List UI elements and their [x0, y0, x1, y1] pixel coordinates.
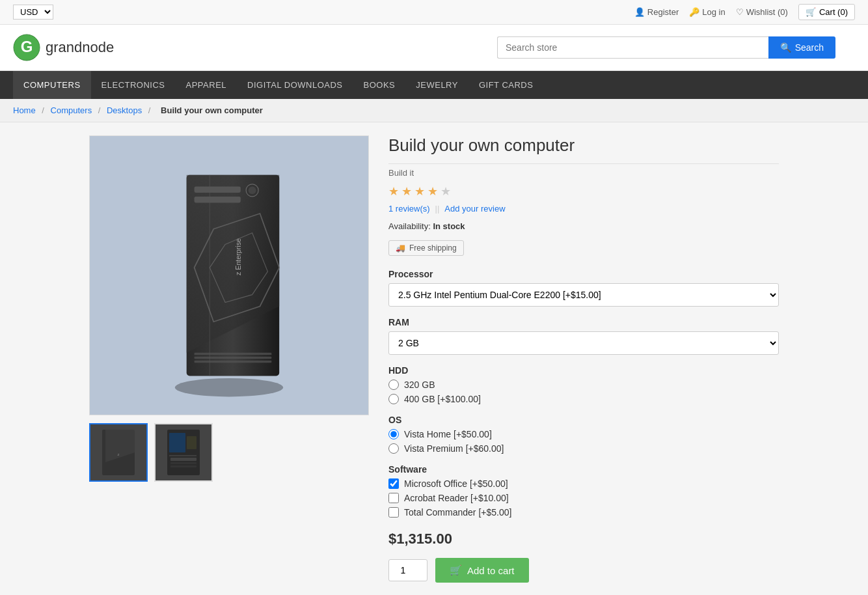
- hdd-400gb[interactable]: 400 GB [+$100.00]: [388, 394, 779, 404]
- add-to-cart-row: 🛒 Add to cart: [388, 558, 779, 583]
- thumbnail-2[interactable]: [154, 423, 213, 482]
- hdd-320gb-radio[interactable]: [388, 380, 399, 390]
- svg-rect-21: [187, 436, 197, 449]
- add-review-link[interactable]: Add your review: [444, 204, 505, 214]
- os-vista-home[interactable]: Vista Home [+$50.00]: [388, 429, 779, 439]
- star-2: ★: [401, 184, 412, 199]
- ram-label: RAM: [388, 317, 779, 327]
- nav-bar: COMPUTERS ELECTRONICS APPAREL DIGITAL DO…: [0, 71, 868, 99]
- review-separator: ||: [435, 204, 440, 214]
- os-vista-premium[interactable]: Vista Premium [+$60.00]: [388, 443, 779, 454]
- breadcrumb-computers[interactable]: Computers: [51, 105, 92, 115]
- search-input[interactable]: [497, 36, 768, 59]
- build-label: Build it: [388, 168, 779, 178]
- svg-rect-12: [195, 357, 272, 359]
- software-checkbox-group: Microsoft Office [+$50.00] Acrobat Reade…: [388, 478, 779, 518]
- software-total-commander-checkbox[interactable]: [388, 507, 399, 518]
- software-option: Software Microsoft Office [+$50.00] Acro…: [388, 464, 779, 518]
- rating-stars: ★ ★ ★ ★ ★: [388, 184, 779, 199]
- processor-label: Processor: [388, 269, 779, 279]
- search-button[interactable]: 🔍 Search: [768, 36, 835, 59]
- software-acrobat[interactable]: Acrobat Reader [+$10.00]: [388, 493, 779, 503]
- nav-item-jewelry[interactable]: JEWELRY: [405, 71, 468, 99]
- software-ms-office[interactable]: Microsoft Office [+$50.00]: [388, 478, 779, 489]
- nav-item-digital-downloads[interactable]: DIGITAL DOWNLOADS: [237, 71, 353, 99]
- nav-item-gift-cards[interactable]: GIFT CARDS: [468, 71, 544, 99]
- price: $1,315.00: [388, 531, 779, 547]
- hdd-option: HDD 320 GB 400 GB [+$100.00]: [388, 365, 779, 404]
- star-5: ★: [441, 184, 451, 199]
- breadcrumb-current: Build your own computer: [161, 105, 263, 115]
- software-total-commander[interactable]: Total Commander [+$5.00]: [388, 507, 779, 518]
- breadcrumb-desktops[interactable]: Desktops: [107, 105, 142, 115]
- breadcrumb-separator-3: /: [148, 105, 153, 115]
- nav-item-books[interactable]: BOOKS: [353, 71, 406, 99]
- truck-icon: 🚚: [396, 243, 405, 253]
- svg-text:z Enterprise: z Enterprise: [234, 238, 242, 275]
- svg-point-2: [175, 378, 283, 397]
- main-product-image[interactable]: z Enterprise: [89, 135, 369, 415]
- currency-select[interactable]: USD EUR GBP: [13, 5, 53, 20]
- svg-point-9: [249, 186, 256, 194]
- product-details: Build your own computer Build it ★ ★ ★ ★…: [388, 135, 779, 583]
- star-1: ★: [388, 184, 399, 199]
- search-bar: 🔍 Search: [497, 36, 835, 59]
- logo-text: grandnode: [46, 39, 114, 56]
- logo-link[interactable]: G grandnode: [13, 34, 114, 61]
- software-acrobat-checkbox[interactable]: [388, 493, 399, 503]
- review-links: 1 review(s) || Add your review: [388, 204, 779, 214]
- hdd-400gb-radio[interactable]: [388, 394, 399, 404]
- breadcrumb-home[interactable]: Home: [13, 105, 36, 115]
- wishlist-link[interactable]: ♡ Wishlist (0): [736, 7, 788, 17]
- reviews-count-link[interactable]: 1 review(s): [388, 204, 430, 214]
- software-ms-office-checkbox[interactable]: [388, 478, 399, 489]
- processor-option: Processor 2.5 GHz Intel Pentium Dual-Cor…: [388, 269, 779, 307]
- svg-rect-13: [195, 361, 272, 363]
- svg-rect-20: [169, 433, 185, 452]
- ram-select[interactable]: 2 GB 4 GB [+$20.00] 8 GB [+$60.00]: [388, 331, 779, 355]
- quantity-input[interactable]: [388, 559, 427, 581]
- login-link[interactable]: 🔑 Log in: [689, 7, 725, 17]
- availability-value: In stock: [433, 221, 465, 231]
- currency-selector[interactable]: USD EUR GBP: [13, 5, 53, 20]
- cart-button[interactable]: 🛒 Cart (0): [798, 4, 855, 20]
- nav-item-electronics[interactable]: ELECTRONICS: [91, 71, 176, 99]
- os-radio-group: Vista Home [+$50.00] Vista Premium [+$60…: [388, 429, 779, 454]
- breadcrumb: Home / Computers / Desktops / Build your…: [0, 99, 868, 122]
- nav-item-computers[interactable]: COMPUTERS: [13, 71, 91, 99]
- top-bar-actions: 👤 Register 🔑 Log in ♡ Wishlist (0) 🛒 Car…: [634, 4, 855, 20]
- heart-icon: ♡: [736, 7, 744, 17]
- add-to-cart-button[interactable]: 🛒 Add to cart: [435, 558, 529, 583]
- nav-item-apparel[interactable]: APPAREL: [176, 71, 237, 99]
- product-images: z Enterprise z: [89, 135, 369, 583]
- logo-icon: G: [13, 34, 40, 61]
- processor-select[interactable]: 2.5 GHz Intel Pentium Dual-Core E2200 [+…: [388, 283, 779, 307]
- svg-text:z: z: [118, 452, 120, 456]
- breadcrumb-separator-2: /: [98, 105, 103, 115]
- star-3: ★: [414, 184, 425, 199]
- svg-rect-11: [195, 353, 272, 355]
- os-vista-premium-radio[interactable]: [388, 443, 399, 454]
- os-vista-home-radio[interactable]: [388, 429, 399, 439]
- breadcrumb-separator-1: /: [42, 105, 46, 115]
- hdd-label: HDD: [388, 365, 779, 376]
- star-4: ★: [427, 184, 438, 199]
- register-link[interactable]: 👤 Register: [634, 7, 679, 17]
- ram-option: RAM 2 GB 4 GB [+$20.00] 8 GB [+$60.00]: [388, 317, 779, 355]
- product-title: Build your own computer: [388, 135, 779, 164]
- cart-add-icon: 🛒: [450, 564, 462, 576]
- thumbnails: z: [89, 423, 369, 482]
- hdd-radio-group: 320 GB 400 GB [+$100.00]: [388, 380, 779, 404]
- availability: Availability: In stock: [388, 221, 779, 231]
- os-option: OS Vista Home [+$50.00] Vista Premium [+…: [388, 415, 779, 454]
- thumbnail-1[interactable]: z: [89, 423, 148, 482]
- software-label: Software: [388, 464, 779, 475]
- top-bar: USD EUR GBP 👤 Register 🔑 Log in ♡ Wishli…: [0, 0, 868, 25]
- svg-rect-25: [170, 465, 197, 467]
- user-icon: 👤: [634, 7, 645, 17]
- main-container: z Enterprise z: [76, 135, 792, 583]
- svg-text:G: G: [21, 38, 33, 55]
- hdd-320gb[interactable]: 320 GB: [388, 380, 779, 390]
- search-icon: 🔍: [780, 42, 791, 53]
- product-image-svg: z Enterprise: [138, 152, 320, 399]
